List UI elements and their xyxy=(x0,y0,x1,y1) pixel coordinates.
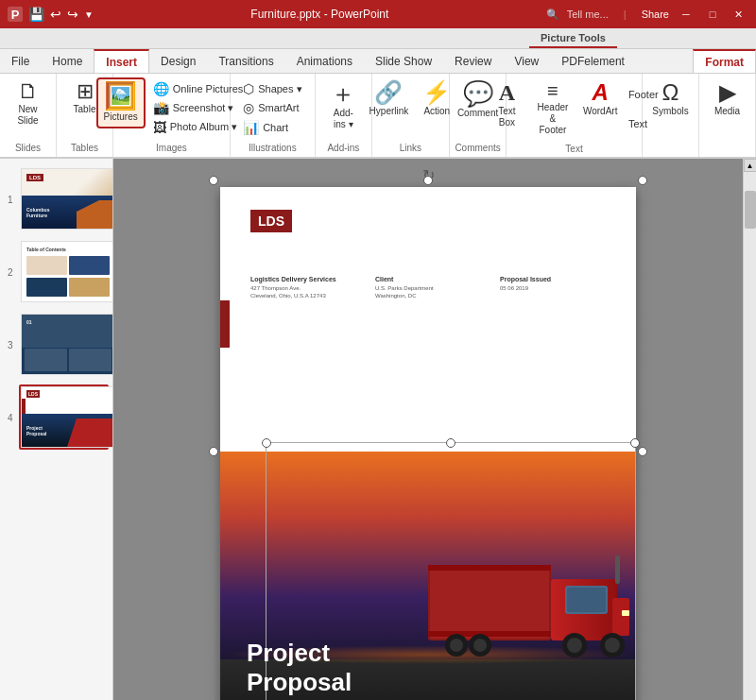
tab-animations[interactable]: Animations xyxy=(285,49,364,73)
maximize-button[interactable]: □ xyxy=(703,6,722,23)
svg-rect-1 xyxy=(430,567,549,639)
tab-slideshow[interactable]: Slide Show xyxy=(364,49,443,73)
hyperlink-button[interactable]: 🔗 Hyperlink xyxy=(364,77,415,121)
header-footer-icon: ≡ xyxy=(547,81,558,100)
tab-design[interactable]: Design xyxy=(149,49,207,73)
proposal-issued-column: Proposal Issued 05 06 2019 xyxy=(500,276,606,300)
ribbon: 🗋 NewSlide Slides ⊞ Table Tables 🖼️ Pict… xyxy=(0,74,756,159)
inner-handle-tc[interactable] xyxy=(446,438,455,448)
customize-qat-icon[interactable]: ▼ xyxy=(84,9,94,20)
rotate-handle[interactable]: ↻ xyxy=(422,166,435,184)
new-slide-icon: 🗋 xyxy=(18,81,39,102)
svg-rect-13 xyxy=(622,610,629,616)
slide-wrapper: ↻ LDS xyxy=(220,187,636,700)
media-group-content: ▶ Media xyxy=(707,77,748,149)
shapes-label: Shapes ▾ xyxy=(258,83,301,95)
slides-group-label: Slides xyxy=(15,139,41,153)
smartart-icon: ◎ xyxy=(243,100,254,115)
header-footer-label: Header& Footer xyxy=(535,102,570,136)
textbox-button[interactable]: A TextBox xyxy=(486,77,527,132)
slide-thumbnail-4[interactable]: 4 LDS ProjectProposal xyxy=(19,384,109,450)
tab-view[interactable]: View xyxy=(503,49,550,73)
slide-thumb-image-1: LDS ColumbusFurniture xyxy=(21,168,113,230)
powerpoint-icon: P xyxy=(8,7,23,22)
tab-transitions[interactable]: Transitions xyxy=(207,49,284,73)
wordart-label: WordArt xyxy=(583,106,618,117)
slide-canvas[interactable]: LDS Logistics Delivery Services 427 Thom… xyxy=(220,187,636,700)
screenshot-label: Screenshot ▾ xyxy=(173,102,234,114)
smartart-button[interactable]: ◎ SmartArt xyxy=(239,98,305,117)
save-icon[interactable]: 💾 xyxy=(28,7,44,22)
new-slide-label: NewSlide xyxy=(17,104,38,127)
client-name: U.S. Parks DepartmentWashington, DC xyxy=(375,284,481,300)
tab-home[interactable]: Home xyxy=(41,49,94,73)
handle-ml[interactable] xyxy=(209,447,218,456)
wordart-button[interactable]: A WordArt xyxy=(578,77,623,121)
slide-number-4: 4 xyxy=(8,412,13,422)
slide-number-2: 2 xyxy=(8,266,13,277)
screenshot-icon: 📸 xyxy=(153,100,169,115)
canvas-area[interactable]: ↻ LDS xyxy=(113,159,743,700)
tab-file[interactable]: File xyxy=(0,49,41,73)
slide-bottom-section: ProjectProposal xyxy=(220,452,636,700)
scroll-track[interactable] xyxy=(744,172,756,700)
redo-icon[interactable]: ↪ xyxy=(67,7,78,22)
right-scrollbar: ▲ ▼ xyxy=(743,159,756,700)
slide-thumbnail-2[interactable]: 2 Table of Contents xyxy=(19,239,109,304)
close-button[interactable]: ✕ xyxy=(730,6,748,23)
scroll-up-button[interactable]: ▲ xyxy=(744,159,757,172)
svg-rect-2 xyxy=(428,565,551,571)
inner-handle-tr[interactable] xyxy=(630,438,640,448)
ribbon-group-text: A TextBox ≡ Header& Footer A WordArt Foo… xyxy=(507,74,643,157)
pictures-button[interactable]: 🖼️ Pictures xyxy=(96,77,146,128)
media-button[interactable]: ▶ Media xyxy=(707,77,748,121)
svg-rect-11 xyxy=(567,588,606,612)
comments-group-label: Comments xyxy=(455,139,500,153)
search-placeholder[interactable]: Tell me... xyxy=(567,9,609,20)
scroll-thumb[interactable] xyxy=(745,191,756,229)
title-bar: P 💾 ↩ ↪ ▼ Furniture.pptx - PowerPoint 🔍 … xyxy=(0,0,756,28)
search-icon[interactable]: 🔍 xyxy=(546,9,559,21)
slide-thumbnail-1[interactable]: 1 LDS ColumbusFurniture xyxy=(19,166,109,231)
shapes-button[interactable]: ⬡ Shapes ▾ xyxy=(239,79,305,98)
online-pictures-icon: 🌐 xyxy=(153,81,169,96)
handle-tl[interactable] xyxy=(209,176,218,185)
tab-pdfelement[interactable]: PDFelement xyxy=(550,49,636,73)
undo-icon[interactable]: ↩ xyxy=(50,7,61,22)
share-button[interactable]: Share xyxy=(642,9,669,20)
slide-panel: 1 LDS ColumbusFurniture 2 Table of Conte… xyxy=(0,159,113,700)
chart-label: Chart xyxy=(263,122,288,133)
chart-button[interactable]: 📊 Chart xyxy=(239,118,305,137)
symbols-button[interactable]: Ω Symbols xyxy=(646,77,694,121)
media-icon: ▶ xyxy=(719,81,736,104)
symbols-label: Symbols xyxy=(652,106,688,117)
textbox-label: TextBox xyxy=(498,106,515,128)
tab-review[interactable]: Review xyxy=(443,49,503,73)
header-footer-button[interactable]: ≡ Header& Footer xyxy=(529,77,576,140)
smartart-label: SmartArt xyxy=(258,102,299,113)
company-address: 427 Thompson Ave.Cleveland, Ohio, U.S.A … xyxy=(250,284,356,300)
tab-format[interactable]: Format xyxy=(693,49,756,73)
handle-tr[interactable] xyxy=(638,176,647,185)
lds-logo: LDS xyxy=(250,210,292,232)
action-icon: ⚡ xyxy=(422,81,451,104)
handle-mr[interactable] xyxy=(638,447,647,456)
svg-point-7 xyxy=(473,639,487,652)
symbols-icon: Ω xyxy=(662,81,679,104)
hyperlink-label: Hyperlink xyxy=(369,106,409,117)
slide-thumbnail-3[interactable]: 3 01 xyxy=(19,312,109,377)
addins-button[interactable]: ＋ Add-ins ▾ xyxy=(322,77,364,134)
pictures-label: Pictures xyxy=(104,111,138,123)
inner-handle-tl[interactable] xyxy=(262,438,271,448)
text-group-label: Text xyxy=(565,140,582,154)
minimize-button[interactable]: ─ xyxy=(677,6,696,23)
images-group-content: 🖼️ Pictures 🌐 Online Pictures 📸 Screensh… xyxy=(96,77,248,139)
text-group-content: A TextBox ≡ Header& Footer A WordArt Foo… xyxy=(486,77,662,140)
truck-svg xyxy=(428,527,636,678)
tab-insert[interactable]: Insert xyxy=(94,49,149,73)
table-icon: ⊞ xyxy=(77,81,94,102)
textbox-icon: A xyxy=(499,81,515,104)
symbols-group-content: Ω Symbols xyxy=(646,77,694,149)
new-slide-button[interactable]: 🗋 NewSlide xyxy=(8,77,49,130)
slide-number-1: 1 xyxy=(8,194,13,204)
